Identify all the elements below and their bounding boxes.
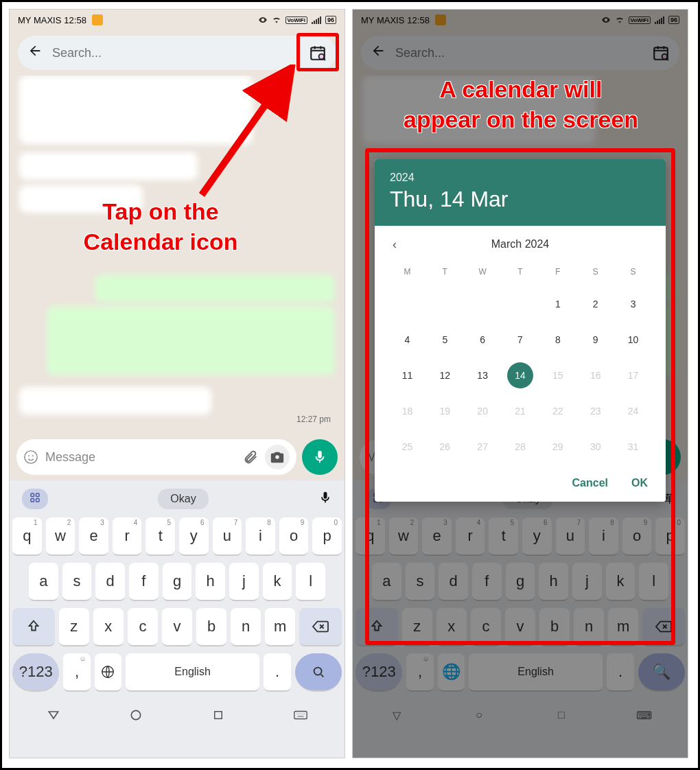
kb-key-x[interactable]: x [436,608,467,646]
calendar-search-icon[interactable] [652,44,670,62]
back-arrow-icon[interactable] [27,43,43,62]
kb-suggestion[interactable]: Okay [158,489,208,509]
calendar-day-24[interactable]: 24 [614,393,652,429]
kb-backspace-key[interactable] [642,608,685,646]
kb-key-d[interactable]: d [95,563,125,601]
kb-key-c[interactable]: c [128,608,158,646]
calendar-day-8[interactable]: 8 [539,322,576,358]
kb-key-h[interactable]: h [196,563,225,601]
kb-key-a[interactable]: a [372,563,401,601]
calendar-day-12[interactable]: 12 [426,358,464,393]
kb-key-x[interactable]: x [93,608,124,646]
calendar-search-icon[interactable] [309,44,327,62]
search-bar[interactable] [18,36,336,70]
kb-key-r[interactable]: 4r [456,517,485,556]
calendar-day-30[interactable]: 30 [576,429,614,465]
kb-search-key[interactable] [295,653,342,692]
kb-key-l[interactable]: l [296,563,325,601]
kb-key-p[interactable]: 0p [655,517,685,556]
calendar-day-31[interactable]: 31 [614,429,652,465]
calendar-day-15[interactable]: 15 [539,358,576,393]
calendar-ok-button[interactable]: OK [631,477,648,489]
kb-key-n[interactable]: n [574,608,604,646]
kb-key-m[interactable]: m [265,608,295,646]
nav-home-icon[interactable] [128,708,143,723]
kb-key-e[interactable]: 3e [79,517,108,556]
message-placeholder[interactable]: Message [45,450,236,465]
kb-key-y[interactable]: 6y [522,517,552,556]
kb-globe-key[interactable] [95,653,121,692]
kb-globe-key[interactable]: 🌐 [438,653,465,692]
kb-key-s[interactable]: s [406,563,435,601]
calendar-day-17[interactable]: 17 [614,358,652,393]
calendar-day-5[interactable]: 5 [426,322,464,358]
kb-key-f[interactable]: f [472,563,502,601]
kb-key-f[interactable]: f [129,563,159,601]
kb-comma-key[interactable]: ☺, [63,653,90,692]
kb-key-q[interactable]: 1q [355,517,385,556]
kb-key-g[interactable]: g [163,563,192,601]
kb-key-r[interactable]: 4r [113,517,142,556]
kb-key-v[interactable]: v [505,608,535,646]
calendar-year[interactable]: 2024 [390,172,651,184]
calendar-day-22[interactable]: 22 [539,393,576,429]
kb-key-o[interactable]: 9o [279,517,309,556]
kb-key-a[interactable]: a [29,563,58,601]
kb-key-q[interactable]: 1q [12,517,42,556]
emoji-icon[interactable] [23,450,38,465]
search-bar[interactable] [361,36,679,70]
calendar-day-1[interactable]: 1 [539,286,576,322]
kb-key-w[interactable]: 2w [389,517,419,556]
kb-key-g[interactable]: g [506,563,535,601]
calendar-day-18[interactable]: 18 [388,393,426,429]
nav-back-icon[interactable] [46,708,61,723]
calendar-day-14[interactable]: 14 [502,358,539,393]
kb-key-h[interactable]: h [539,563,568,601]
kb-key-b[interactable]: b [539,608,570,646]
kb-key-u[interactable]: 7u [213,517,242,556]
nav-recent-icon[interactable]: □ [554,708,569,723]
kb-key-t[interactable]: 5t [145,517,175,556]
kb-key-v[interactable]: v [162,608,192,646]
calendar-date-picker[interactable]: 2024 Thu, 14 Mar ‹ March 2024 MTWTFSS123… [375,159,666,502]
kb-key-u[interactable]: 7u [556,517,585,556]
kb-key-m[interactable]: m [608,608,638,646]
nav-home-icon[interactable]: ○ [471,708,487,723]
camera-button[interactable] [265,445,290,469]
kb-shift-key[interactable] [355,608,398,646]
calendar-day-19[interactable]: 19 [426,393,464,429]
calendar-day-2[interactable]: 2 [576,286,614,322]
kb-comma-key[interactable]: ☺, [406,653,433,692]
kb-key-d[interactable]: d [439,563,468,601]
nav-back-icon[interactable]: ▽ [389,708,404,723]
calendar-cancel-button[interactable]: Cancel [572,477,608,489]
calendar-day-4[interactable]: 4 [388,322,426,358]
calendar-day-10[interactable]: 10 [614,322,652,358]
calendar-day-28[interactable]: 28 [502,429,539,465]
kb-symbols-key[interactable]: ?123 [355,653,402,692]
kb-key-e[interactable]: 3e [422,517,452,556]
kb-voice-icon[interactable] [318,491,332,507]
kb-key-o[interactable]: 9o [622,517,652,556]
keyboard[interactable]: Okay華 1q2w3e4r5t6y7u8i9o0p asdfghjkl zxc… [353,480,688,758]
kb-key-i[interactable]: 8i [246,517,275,556]
kb-key-y[interactable]: 6y [179,517,209,556]
keyboard[interactable]: Okay 1q2w3e4r5t6y7u8i9o0p asdfghjkl zxcv… [10,480,345,758]
nav-keyboard-icon[interactable] [293,708,308,723]
calendar-day-11[interactable]: 11 [388,358,426,393]
calendar-day-16[interactable]: 16 [576,358,614,393]
kb-key-w[interactable]: 2w [46,517,75,556]
calendar-day-13[interactable]: 13 [464,358,502,393]
kb-shift-key[interactable] [12,608,55,646]
calendar-day-21[interactable]: 21 [502,393,539,429]
calendar-day-3[interactable]: 3 [614,286,652,322]
calendar-day-25[interactable]: 25 [388,429,426,465]
kb-key-z[interactable]: z [59,608,89,646]
kb-space-key[interactable]: English [126,653,260,692]
kb-key-j[interactable]: j [572,563,602,601]
kb-key-t[interactable]: 5t [489,517,518,556]
kb-key-i[interactable]: 8i [589,517,618,556]
kb-key-z[interactable]: z [402,608,432,646]
kb-key-l[interactable]: l [639,563,668,601]
kb-key-c[interactable]: c [471,608,501,646]
